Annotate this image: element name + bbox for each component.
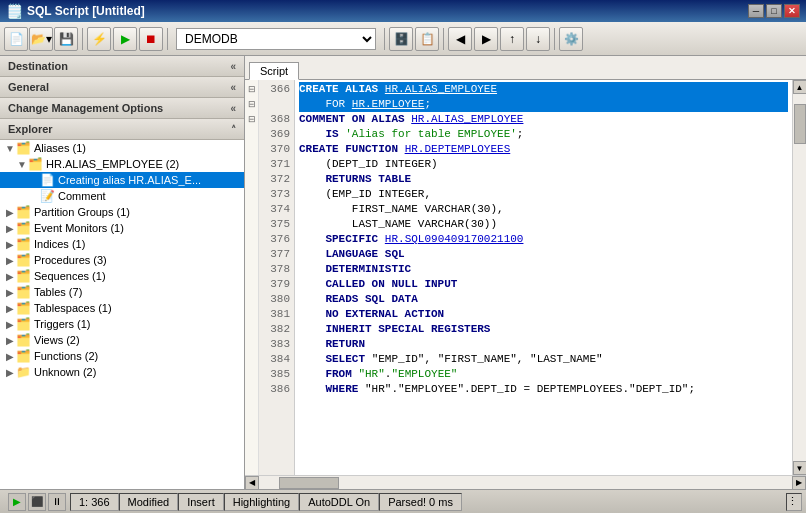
main-toolbar: 📄 📂▾ 💾 ⚡ ▶ ⏹ DEMODB 🗄️ 📋 ◀ ▶ ↑ ↓ ⚙️ [0,22,806,56]
code-line-366b: FOR HR.EMPLOYEE; [299,97,788,112]
tree-tablespaces[interactable]: ▶ 🗂️ Tablespaces (1) [0,300,244,316]
parsed-status: Parsed! 0 ms [379,493,462,511]
editor-area[interactable]: ⊟⊟⊟ 366 368 369 370 371 372 373 374 375 … [245,80,806,475]
execute-button[interactable]: ▶ [113,27,137,51]
functions-icon: 🗂️ [16,349,31,363]
horiz-track[interactable] [259,476,792,490]
code-line-373: (EMP_ID INTEGER, [299,187,788,202]
tree-aliases[interactable]: ▼ 🗂️ Aliases (1) [0,140,244,156]
code-line-378: DETERMINISTIC [299,262,788,277]
scroll-up-btn[interactable]: ▲ [793,80,807,94]
aliases-icon: 🗂️ [16,141,31,155]
views-icon: 🗂️ [16,333,31,347]
tab-bar: Script [245,56,806,80]
creating-alias-icon: 📄 [40,173,55,187]
general-section[interactable]: General « [0,77,244,98]
scroll-left-btn[interactable]: ◀ [245,476,259,490]
code-editor[interactable]: CREATE ALIAS HR.ALIAS_EMPLOYEE FOR HR.EM… [295,80,792,475]
insert-status: Insert [178,493,224,511]
tree-creating-alias[interactable]: 📄 Creating alias HR.ALIAS_E... [0,172,244,188]
status-media-icons: ▶ ⬛ ⏸ [4,493,70,511]
expand-aliases[interactable]: ▼ [4,143,16,154]
explorer-section[interactable]: Explorer ˄ [0,119,244,140]
tree-views[interactable]: ▶ 🗂️ Views (2) [0,332,244,348]
code-line-382: INHERIT SPECIAL REGISTERS [299,322,788,337]
code-line-383: RETURN [299,337,788,352]
main-area: Destination « General « Change Managemen… [0,56,806,489]
open-dropdown[interactable]: 📂▾ [29,27,53,51]
tab-script[interactable]: Script [249,62,299,80]
nav-fwd[interactable]: ▶ [474,27,498,51]
comment-icon: 📝 [40,189,55,203]
highlighting-status: Highlighting [224,493,299,511]
save-button[interactable]: 💾 [54,27,78,51]
play-status-btn[interactable]: ▶ [8,493,26,511]
pause-status-btn[interactable]: ⏸ [48,493,66,511]
title-text: SQL Script [Untitled] [27,4,748,18]
tree-sequences[interactable]: ▶ 🗂️ Sequences (1) [0,268,244,284]
explorer-tree: ▼ 🗂️ Aliases (1) ▼ 🗂️ HR.ALIAS_EMPLOYEE … [0,140,244,489]
tree-tables[interactable]: ▶ 🗂️ Tables (7) [0,284,244,300]
horiz-scrollbar[interactable]: ◀ ▶ [245,475,806,489]
tree-unknown[interactable]: ▶ 📁 Unknown (2) [0,364,244,380]
right-panel: Script ⊟⊟⊟ 366 368 369 370 371 [245,56,806,489]
tree-functions[interactable]: ▶ 🗂️ Functions (2) [0,348,244,364]
fold-gutter: ⊟⊟⊟ [245,80,259,475]
sep3 [384,28,385,50]
new-button[interactable]: 📄 [4,27,28,51]
tree-partition-groups[interactable]: ▶ 🗂️ Partition Groups (1) [0,204,244,220]
resize-handle[interactable]: ⋮ [786,493,802,511]
code-line-384: SELECT "EMP_ID", "FIRST_NAME", "LAST_NAM… [299,352,788,367]
horiz-thumb[interactable] [279,477,339,489]
vertical-scrollbar[interactable]: ▲ ▼ [792,80,806,475]
tree-triggers[interactable]: ▶ 🗂️ Triggers (1) [0,316,244,332]
nav-up[interactable]: ↑ [500,27,524,51]
stop-button[interactable]: ⏹ [139,27,163,51]
run-button[interactable]: ⚡ [87,27,111,51]
sep1 [82,28,83,50]
destination-section[interactable]: Destination « [0,56,244,77]
window-controls[interactable]: ─ □ ✕ [748,4,800,18]
nav-dn[interactable]: ↓ [526,27,550,51]
code-line-374: FIRST_NAME VARCHAR(30), [299,202,788,217]
change-mgmt-section[interactable]: Change Management Options « [0,98,244,119]
left-panel: Destination « General « Change Managemen… [0,56,245,489]
tree-hr-alias[interactable]: ▼ 🗂️ HR.ALIAS_EMPLOYEE (2) [0,156,244,172]
db-connect[interactable]: 🗄️ [389,27,413,51]
tree-procedures[interactable]: ▶ 🗂️ Procedures (3) [0,252,244,268]
hr-alias-icon: 🗂️ [28,157,43,171]
minimize-button[interactable]: ─ [748,4,764,18]
autoDDL-status: AutoDDL On [299,493,379,511]
triggers-icon: 🗂️ [16,317,31,331]
tree-event-monitors[interactable]: ▶ 🗂️ Event Monitors (1) [0,220,244,236]
status-bar: ▶ ⬛ ⏸ 1: 366 Modified Insert Highlightin… [0,489,806,513]
nav-back[interactable]: ◀ [448,27,472,51]
code-line-381: NO EXTERNAL ACTION [299,307,788,322]
scroll-right-btn[interactable]: ▶ [792,476,806,490]
close-button[interactable]: ✕ [784,4,800,18]
scroll-track[interactable] [793,94,807,461]
code-line-369: IS 'Alias for table EMPLOYEE'; [299,127,788,142]
scroll-thumb[interactable] [794,104,806,144]
line-numbers: 366 368 369 370 371 372 373 374 375 376 … [259,80,295,475]
database-selector[interactable]: DEMODB [176,28,376,50]
expand-hr-alias[interactable]: ▼ [16,159,28,170]
code-line-375: LAST_NAME VARCHAR(30)) [299,217,788,232]
code-line-380: READS SQL DATA [299,292,788,307]
stop-status-btn[interactable]: ⬛ [28,493,46,511]
code-line-370: CREATE FUNCTION HR.DEPTEMPLOYEES [299,142,788,157]
tree-comment[interactable]: 📝 Comment [0,188,244,204]
maximize-button[interactable]: □ [766,4,782,18]
settings[interactable]: ⚙️ [559,27,583,51]
scroll-down-btn[interactable]: ▼ [793,461,807,475]
sep4 [443,28,444,50]
code-line-372: RETURNS TABLE [299,172,788,187]
tables-icon: 🗂️ [16,285,31,299]
tree-indices[interactable]: ▶ 🗂️ Indices (1) [0,236,244,252]
db-props[interactable]: 📋 [415,27,439,51]
code-line-368: COMMENT ON ALIAS HR.ALIAS_EMPLOYEE [299,112,788,127]
indices-icon: 🗂️ [16,237,31,251]
unknown-icon: 📁 [16,365,31,379]
modified-status: Modified [119,493,179,511]
code-line-376: SPECIFIC HR.SQL090409170021100 [299,232,788,247]
